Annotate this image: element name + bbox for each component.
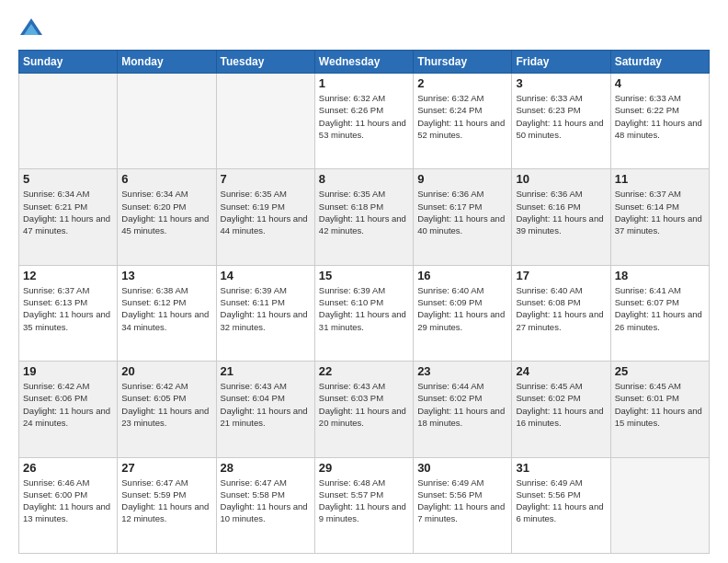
day-info: Sunrise: 6:39 AM Sunset: 6:10 PM Dayligh… xyxy=(319,284,409,333)
day-number: 4 xyxy=(615,76,705,90)
day-cell: 7Sunrise: 6:35 AM Sunset: 6:19 PM Daylig… xyxy=(216,169,314,265)
day-cell: 17Sunrise: 6:40 AM Sunset: 6:08 PM Dayli… xyxy=(512,265,610,361)
day-number: 26 xyxy=(23,461,113,475)
day-cell: 13Sunrise: 6:38 AM Sunset: 6:12 PM Dayli… xyxy=(118,265,216,361)
day-info: Sunrise: 6:43 AM Sunset: 6:04 PM Dayligh… xyxy=(221,380,311,429)
day-info: Sunrise: 6:46 AM Sunset: 6:00 PM Dayligh… xyxy=(23,477,113,525)
day-number: 27 xyxy=(121,461,211,475)
page: SundayMondayTuesdayWednesdayThursdayFrid… xyxy=(0,0,728,563)
week-row-2: 5Sunrise: 6:34 AM Sunset: 6:21 PM Daylig… xyxy=(19,169,710,265)
header-cell-tuesday: Tuesday xyxy=(216,51,314,74)
day-info: Sunrise: 6:45 AM Sunset: 6:01 PM Dayligh… xyxy=(615,380,705,429)
day-number: 28 xyxy=(221,461,311,475)
day-info: Sunrise: 6:38 AM Sunset: 6:12 PM Dayligh… xyxy=(121,284,211,333)
day-cell: 23Sunrise: 6:44 AM Sunset: 6:02 PM Dayli… xyxy=(414,362,512,457)
day-info: Sunrise: 6:34 AM Sunset: 6:21 PM Dayligh… xyxy=(23,188,113,236)
day-number: 11 xyxy=(615,172,705,186)
day-number: 23 xyxy=(417,364,507,378)
header-cell-saturday: Saturday xyxy=(610,51,709,74)
day-info: Sunrise: 6:48 AM Sunset: 5:57 PM Dayligh… xyxy=(319,477,409,525)
day-info: Sunrise: 6:36 AM Sunset: 6:16 PM Dayligh… xyxy=(516,188,606,236)
day-number: 24 xyxy=(516,364,606,378)
day-cell: 26Sunrise: 6:46 AM Sunset: 6:00 PM Dayli… xyxy=(19,457,118,553)
day-cell: 5Sunrise: 6:34 AM Sunset: 6:21 PM Daylig… xyxy=(19,169,118,265)
day-number: 15 xyxy=(319,269,409,282)
day-number: 19 xyxy=(23,364,113,378)
day-info: Sunrise: 6:32 AM Sunset: 6:26 PM Dayligh… xyxy=(319,92,409,141)
day-number: 6 xyxy=(121,172,211,186)
day-number: 16 xyxy=(417,269,507,282)
day-info: Sunrise: 6:36 AM Sunset: 6:17 PM Dayligh… xyxy=(417,188,507,236)
day-cell xyxy=(19,74,118,169)
day-cell: 15Sunrise: 6:39 AM Sunset: 6:10 PM Dayli… xyxy=(314,265,413,361)
day-number: 29 xyxy=(319,461,409,475)
day-number: 10 xyxy=(516,172,606,186)
day-info: Sunrise: 6:35 AM Sunset: 6:18 PM Dayligh… xyxy=(319,188,409,236)
day-cell: 19Sunrise: 6:42 AM Sunset: 6:06 PM Dayli… xyxy=(19,362,118,457)
day-number: 3 xyxy=(516,76,606,90)
header-cell-wednesday: Wednesday xyxy=(314,51,413,74)
day-cell: 24Sunrise: 6:45 AM Sunset: 6:02 PM Dayli… xyxy=(512,362,610,457)
day-number: 17 xyxy=(516,269,606,282)
day-cell: 14Sunrise: 6:39 AM Sunset: 6:11 PM Dayli… xyxy=(216,265,314,361)
header-row: SundayMondayTuesdayWednesdayThursdayFrid… xyxy=(19,51,710,74)
day-cell xyxy=(216,74,314,169)
day-cell: 2Sunrise: 6:32 AM Sunset: 6:24 PM Daylig… xyxy=(414,74,512,169)
day-info: Sunrise: 6:41 AM Sunset: 6:07 PM Dayligh… xyxy=(615,284,705,333)
day-info: Sunrise: 6:49 AM Sunset: 5:56 PM Dayligh… xyxy=(417,477,507,525)
day-cell: 12Sunrise: 6:37 AM Sunset: 6:13 PM Dayli… xyxy=(19,265,118,361)
week-row-4: 19Sunrise: 6:42 AM Sunset: 6:06 PM Dayli… xyxy=(19,362,710,457)
day-cell: 10Sunrise: 6:36 AM Sunset: 6:16 PM Dayli… xyxy=(512,169,610,265)
day-cell: 20Sunrise: 6:42 AM Sunset: 6:05 PM Dayli… xyxy=(118,362,216,457)
header-cell-friday: Friday xyxy=(512,51,610,74)
day-cell xyxy=(610,457,709,553)
header-cell-monday: Monday xyxy=(118,51,216,74)
day-info: Sunrise: 6:44 AM Sunset: 6:02 PM Dayligh… xyxy=(417,380,507,429)
day-cell: 18Sunrise: 6:41 AM Sunset: 6:07 PM Dayli… xyxy=(610,265,709,361)
day-cell: 9Sunrise: 6:36 AM Sunset: 6:17 PM Daylig… xyxy=(414,169,512,265)
day-number: 20 xyxy=(121,364,211,378)
day-cell: 3Sunrise: 6:33 AM Sunset: 6:23 PM Daylig… xyxy=(512,74,610,169)
day-number: 22 xyxy=(319,364,409,378)
day-number: 2 xyxy=(417,76,507,90)
day-info: Sunrise: 6:43 AM Sunset: 6:03 PM Dayligh… xyxy=(319,380,409,429)
day-info: Sunrise: 6:42 AM Sunset: 6:05 PM Dayligh… xyxy=(121,380,211,429)
day-cell: 29Sunrise: 6:48 AM Sunset: 5:57 PM Dayli… xyxy=(314,457,413,553)
day-number: 9 xyxy=(417,172,507,186)
week-row-5: 26Sunrise: 6:46 AM Sunset: 6:00 PM Dayli… xyxy=(19,457,710,553)
day-number: 21 xyxy=(221,364,311,378)
logo-icon xyxy=(18,17,44,42)
day-info: Sunrise: 6:37 AM Sunset: 6:14 PM Dayligh… xyxy=(615,188,705,236)
day-info: Sunrise: 6:32 AM Sunset: 6:24 PM Dayligh… xyxy=(417,92,507,141)
day-cell: 27Sunrise: 6:47 AM Sunset: 5:59 PM Dayli… xyxy=(118,457,216,553)
day-info: Sunrise: 6:47 AM Sunset: 5:58 PM Dayligh… xyxy=(221,477,311,525)
day-cell: 28Sunrise: 6:47 AM Sunset: 5:58 PM Dayli… xyxy=(216,457,314,553)
day-cell: 16Sunrise: 6:40 AM Sunset: 6:09 PM Dayli… xyxy=(414,265,512,361)
header xyxy=(18,17,710,42)
day-number: 25 xyxy=(615,364,705,378)
day-cell: 11Sunrise: 6:37 AM Sunset: 6:14 PM Dayli… xyxy=(610,169,709,265)
day-info: Sunrise: 6:33 AM Sunset: 6:23 PM Dayligh… xyxy=(516,92,606,141)
day-cell: 1Sunrise: 6:32 AM Sunset: 6:26 PM Daylig… xyxy=(314,74,413,169)
day-info: Sunrise: 6:47 AM Sunset: 5:59 PM Dayligh… xyxy=(121,477,211,525)
day-info: Sunrise: 6:45 AM Sunset: 6:02 PM Dayligh… xyxy=(516,380,606,429)
week-row-3: 12Sunrise: 6:37 AM Sunset: 6:13 PM Dayli… xyxy=(19,265,710,361)
logo xyxy=(18,17,48,42)
day-number: 14 xyxy=(221,269,311,282)
day-cell: 31Sunrise: 6:49 AM Sunset: 5:56 PM Dayli… xyxy=(512,457,610,553)
day-number: 7 xyxy=(221,172,311,186)
header-cell-thursday: Thursday xyxy=(414,51,512,74)
day-cell: 21Sunrise: 6:43 AM Sunset: 6:04 PM Dayli… xyxy=(216,362,314,457)
day-info: Sunrise: 6:37 AM Sunset: 6:13 PM Dayligh… xyxy=(23,284,113,333)
day-info: Sunrise: 6:34 AM Sunset: 6:20 PM Dayligh… xyxy=(121,188,211,236)
day-cell: 4Sunrise: 6:33 AM Sunset: 6:22 PM Daylig… xyxy=(610,74,709,169)
day-number: 31 xyxy=(516,461,606,475)
day-info: Sunrise: 6:40 AM Sunset: 6:09 PM Dayligh… xyxy=(417,284,507,333)
day-info: Sunrise: 6:40 AM Sunset: 6:08 PM Dayligh… xyxy=(516,284,606,333)
day-number: 12 xyxy=(23,269,113,282)
day-number: 8 xyxy=(319,172,409,186)
header-cell-sunday: Sunday xyxy=(19,51,118,74)
day-number: 1 xyxy=(319,76,409,90)
day-info: Sunrise: 6:42 AM Sunset: 6:06 PM Dayligh… xyxy=(23,380,113,429)
day-number: 30 xyxy=(417,461,507,475)
